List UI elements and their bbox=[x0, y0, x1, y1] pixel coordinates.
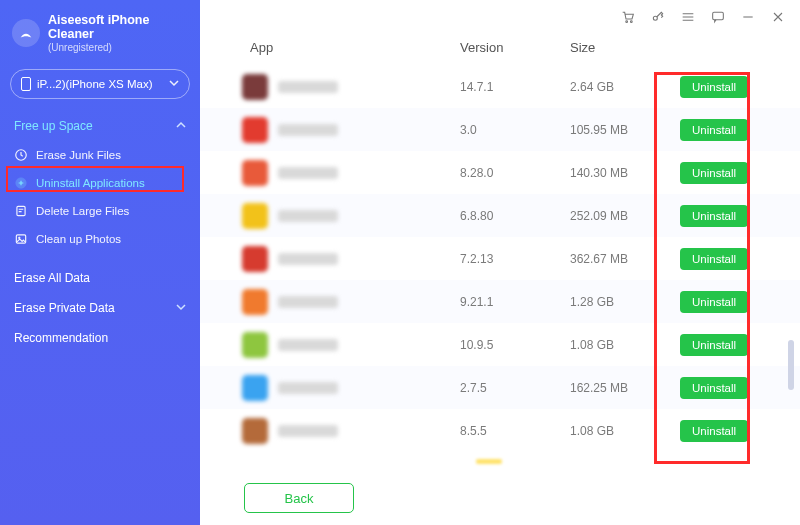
app-icon bbox=[242, 418, 268, 444]
nav-label: Clean up Photos bbox=[36, 233, 121, 245]
image-icon bbox=[14, 232, 28, 246]
app-cell bbox=[242, 418, 460, 444]
brand-subtitle: Cleaner bbox=[48, 28, 149, 42]
col-header-app[interactable]: App bbox=[250, 40, 460, 55]
brand-title: Aiseesoft iPhone bbox=[48, 14, 149, 28]
brand-logo-icon bbox=[12, 19, 40, 47]
app-name-blurred bbox=[278, 425, 338, 437]
version-cell: 3.0 bbox=[460, 123, 570, 137]
table-row: 6.8.80252.09 MBUninstall bbox=[200, 194, 800, 237]
brand-status: (Unregistered) bbox=[48, 42, 149, 53]
table-row: 8.5.51.08 GBUninstall bbox=[200, 409, 800, 452]
version-cell: 8.28.0 bbox=[460, 166, 570, 180]
app-cell bbox=[242, 74, 460, 100]
nav-label: Uninstall Applications bbox=[36, 177, 145, 189]
section-recommendation[interactable]: Recommendation bbox=[0, 323, 200, 353]
version-cell: 7.2.13 bbox=[460, 252, 570, 266]
version-cell: 8.5.5 bbox=[460, 424, 570, 438]
version-cell: 2.7.5 bbox=[460, 381, 570, 395]
version-cell: 9.21.1 bbox=[460, 295, 570, 309]
uninstall-button[interactable]: Uninstall bbox=[680, 377, 748, 399]
clock-icon bbox=[14, 148, 28, 162]
scrollbar-thumb[interactable] bbox=[788, 340, 794, 390]
feedback-icon[interactable] bbox=[710, 9, 726, 25]
table-row: 14.7.12.64 GBUninstall bbox=[200, 65, 800, 108]
app-icon bbox=[242, 74, 268, 100]
uninstall-button[interactable]: Uninstall bbox=[680, 291, 748, 313]
col-header-size[interactable]: Size bbox=[570, 40, 680, 55]
app-icon bbox=[242, 332, 268, 358]
col-header-version[interactable]: Version bbox=[460, 40, 570, 55]
chevron-up-icon bbox=[176, 119, 186, 133]
close-icon[interactable] bbox=[770, 9, 786, 25]
section-erase-private-data[interactable]: Erase Private Data bbox=[0, 293, 200, 323]
table-row: 2.7.5162.25 MBUninstall bbox=[200, 366, 800, 409]
size-cell: 1.28 GB bbox=[570, 295, 680, 309]
file-icon bbox=[14, 204, 28, 218]
section-label: Free up Space bbox=[14, 119, 93, 133]
version-cell: 6.8.80 bbox=[460, 209, 570, 223]
app-name-blurred bbox=[278, 296, 338, 308]
uninstall-button[interactable]: Uninstall bbox=[680, 119, 748, 141]
minimize-icon[interactable] bbox=[740, 9, 756, 25]
version-cell: 14.7.1 bbox=[460, 80, 570, 94]
table-row: 3.0105.95 MBUninstall bbox=[200, 108, 800, 151]
app-cell bbox=[242, 117, 460, 143]
size-cell: 362.67 MB bbox=[570, 252, 680, 266]
nav-label: Erase Junk Files bbox=[36, 149, 121, 161]
app-name-blurred bbox=[278, 382, 338, 394]
uninstall-button[interactable]: Uninstall bbox=[680, 248, 748, 270]
device-label: iP...2)(iPhone XS Max) bbox=[37, 78, 163, 90]
cart-icon[interactable] bbox=[620, 9, 636, 25]
app-name-blurred bbox=[278, 210, 338, 222]
app-name-blurred bbox=[278, 167, 338, 179]
main-area: App Version Size 14.7.12.64 GBUninstall3… bbox=[200, 0, 800, 525]
svg-point-5 bbox=[626, 21, 628, 23]
app-name-blurred bbox=[278, 81, 338, 93]
back-button[interactable]: Back bbox=[244, 483, 354, 513]
section-erase-all-data[interactable]: Erase All Data bbox=[0, 263, 200, 293]
size-cell: 162.25 MB bbox=[570, 381, 680, 395]
section-label: Recommendation bbox=[14, 331, 108, 345]
footer: Back bbox=[200, 471, 800, 525]
nav-delete-large-files[interactable]: Delete Large Files bbox=[0, 197, 200, 225]
app-cell bbox=[242, 289, 460, 315]
svg-rect-8 bbox=[713, 12, 724, 19]
table-row: 9.21.11.28 GBUninstall bbox=[200, 280, 800, 323]
nav-uninstall-applications[interactable]: Uninstall Applications bbox=[0, 169, 200, 197]
table-header: App Version Size bbox=[200, 34, 800, 65]
partial-row-indicator bbox=[476, 459, 502, 464]
table-body: 14.7.12.64 GBUninstall3.0105.95 MBUninst… bbox=[200, 65, 800, 471]
brand: Aiseesoft iPhone Cleaner (Unregistered) bbox=[0, 10, 200, 63]
size-cell: 1.08 GB bbox=[570, 338, 680, 352]
sidebar: Aiseesoft iPhone Cleaner (Unregistered) … bbox=[0, 0, 200, 525]
size-cell: 252.09 MB bbox=[570, 209, 680, 223]
table-row: 7.2.13362.67 MBUninstall bbox=[200, 237, 800, 280]
app-cell bbox=[242, 375, 460, 401]
svg-point-6 bbox=[630, 21, 632, 23]
section-label: Erase All Data bbox=[14, 271, 90, 285]
titlebar bbox=[200, 0, 800, 34]
table-row: 10.9.51.08 GBUninstall bbox=[200, 323, 800, 366]
section-free-up-space[interactable]: Free up Space bbox=[0, 111, 200, 141]
uninstall-button[interactable]: Uninstall bbox=[680, 334, 748, 356]
app-icon bbox=[242, 289, 268, 315]
app-cell bbox=[242, 160, 460, 186]
menu-icon[interactable] bbox=[680, 9, 696, 25]
app-name-blurred bbox=[278, 124, 338, 136]
nav-label: Delete Large Files bbox=[36, 205, 129, 217]
nav-clean-up-photos[interactable]: Clean up Photos bbox=[0, 225, 200, 253]
uninstall-button[interactable]: Uninstall bbox=[680, 162, 748, 184]
section-label: Erase Private Data bbox=[14, 301, 115, 315]
uninstall-button[interactable]: Uninstall bbox=[680, 420, 748, 442]
app-icon bbox=[242, 117, 268, 143]
key-icon[interactable] bbox=[650, 9, 666, 25]
size-cell: 1.08 GB bbox=[570, 424, 680, 438]
chevron-down-icon bbox=[169, 78, 179, 90]
nav-erase-junk-files[interactable]: Erase Junk Files bbox=[0, 141, 200, 169]
apps-icon bbox=[14, 176, 28, 190]
app-cell bbox=[242, 332, 460, 358]
uninstall-button[interactable]: Uninstall bbox=[680, 205, 748, 227]
uninstall-button[interactable]: Uninstall bbox=[680, 76, 748, 98]
device-selector[interactable]: iP...2)(iPhone XS Max) bbox=[10, 69, 190, 99]
